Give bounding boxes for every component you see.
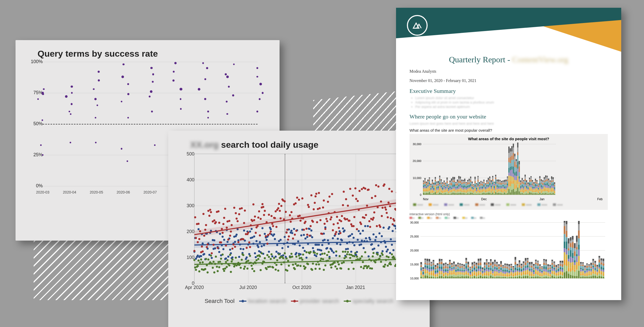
- svg-rect-977: [431, 262, 432, 263]
- svg-rect-1033: [443, 270, 444, 271]
- svg-rect-1254: [488, 267, 489, 268]
- svg-rect-1013: [439, 267, 440, 269]
- svg-rect-1026: [441, 261, 442, 262]
- svg-rect-1512: [541, 272, 543, 273]
- svg-rect-107: [436, 182, 437, 182]
- svg-rect-1711: [582, 271, 584, 273]
- svg-rect-327: [469, 179, 470, 181]
- svg-rect-477: [491, 180, 492, 182]
- svg-rect-1764: [592, 265, 594, 266]
- svg-rect-297: [464, 179, 465, 181]
- svg-rect-365: [474, 181, 476, 183]
- svg-rect-164: [445, 186, 446, 187]
- svg-rect-114: [438, 185, 439, 187]
- svg-rect-786: [536, 181, 538, 182]
- svg-rect-726: [528, 184, 529, 185]
- svg-rect-1211: [480, 272, 481, 273]
- svg-rect-60: [430, 192, 431, 193]
- svg-rect-1139: [465, 274, 467, 276]
- svg-rect-431: [485, 189, 486, 191]
- svg-rect-645: [516, 165, 517, 168]
- svg-rect-348: [473, 194, 474, 195]
- svg-rect-1729: [586, 276, 588, 277]
- svg-rect-1370: [513, 274, 514, 276]
- svg-rect-276: [461, 181, 463, 183]
- svg-rect-366: [474, 179, 476, 181]
- svg-rect-1012: [439, 269, 440, 271]
- svg-rect-1441: [527, 270, 528, 272]
- svg-rect-751: [532, 189, 533, 191]
- svg-rect-1407: [519, 260, 520, 262]
- svg-rect-887: [551, 176, 552, 179]
- svg-rect-338: [472, 193, 473, 195]
- svg-rect-1637: [566, 221, 567, 224]
- svg-rect-134: [441, 184, 442, 185]
- svg-rect-251: [458, 189, 460, 190]
- svg-rect-1024: [441, 264, 442, 266]
- svg-rect-1228: [484, 276, 485, 278]
- svg-rect-990: [435, 275, 436, 277]
- svg-rect-936: [422, 269, 424, 270]
- svg-rect-329: [470, 191, 471, 193]
- svg-rect-1638: [568, 274, 569, 278]
- svg-rect-290: [464, 191, 465, 192]
- svg-rect-1736: [586, 264, 588, 266]
- svg-rect-1541: [547, 273, 549, 275]
- svg-rect-835: [544, 181, 545, 182]
- svg-rect-245: [457, 183, 458, 185]
- svg-rect-741: [530, 187, 532, 189]
- svg-rect-769: [535, 192, 536, 193]
- svg-rect-1117: [459, 263, 461, 264]
- svg-rect-613: [511, 166, 513, 170]
- svg-rect-1198: [478, 277, 479, 278]
- svg-rect-252: [458, 187, 460, 189]
- svg-rect-975: [431, 265, 432, 266]
- svg-rect-388: [479, 194, 480, 195]
- svg-rect-1435: [525, 263, 526, 265]
- svg-rect-592: [508, 173, 510, 175]
- svg-rect-1491: [537, 271, 539, 273]
- svg-rect-1632: [566, 249, 567, 255]
- svg-rect-842: [545, 185, 546, 188]
- svg-rect-1457: [529, 262, 530, 264]
- svg-rect-1239: [486, 275, 487, 277]
- svg-rect-1417: [521, 264, 522, 265]
- svg-rect-1390: [517, 273, 518, 275]
- svg-rect-207: [451, 179, 452, 181]
- chart-title: XX.org search tool daily usage: [190, 140, 422, 150]
- svg-rect-565: [504, 184, 505, 184]
- svg-rect-1653: [570, 250, 572, 257]
- svg-rect-1393: [517, 269, 518, 270]
- svg-rect-172: [447, 186, 448, 188]
- svg-rect-1108: [459, 277, 461, 278]
- svg-rect-1576: [553, 263, 555, 265]
- svg-rect-1545: [547, 268, 549, 270]
- svg-rect-794: [538, 187, 539, 188]
- svg-rect-372: [476, 189, 477, 191]
- svg-rect-1587: [555, 265, 557, 267]
- svg-rect-197: [449, 181, 451, 182]
- svg-rect-1342: [506, 272, 508, 273]
- svg-rect-128: [441, 193, 442, 195]
- svg-rect-35: [426, 184, 427, 185]
- svg-rect-1480: [535, 272, 537, 274]
- svg-rect-1207: [478, 259, 479, 261]
- svg-rect-40: [427, 190, 429, 191]
- svg-rect-1171: [472, 272, 473, 274]
- svg-rect-254: [458, 183, 460, 185]
- svg-rect-213: [452, 184, 454, 187]
- svg-rect-1752: [590, 270, 592, 272]
- svg-rect-544: [501, 185, 502, 187]
- svg-rect-1118: [461, 276, 463, 278]
- svg-rect-152: [444, 187, 445, 189]
- svg-rect-1306: [498, 266, 500, 267]
- svg-rect-531: [500, 189, 501, 190]
- svg-rect-1379: [515, 276, 516, 277]
- svg-rect-1656: [570, 241, 572, 243]
- svg-rect-1619: [564, 265, 565, 272]
- svg-rect-1322: [502, 272, 504, 273]
- svg-rect-1601: [560, 271, 561, 273]
- svg-rect-177: [447, 177, 448, 180]
- svg-rect-831: [544, 187, 545, 189]
- svg-rect-1069: [451, 275, 453, 276]
